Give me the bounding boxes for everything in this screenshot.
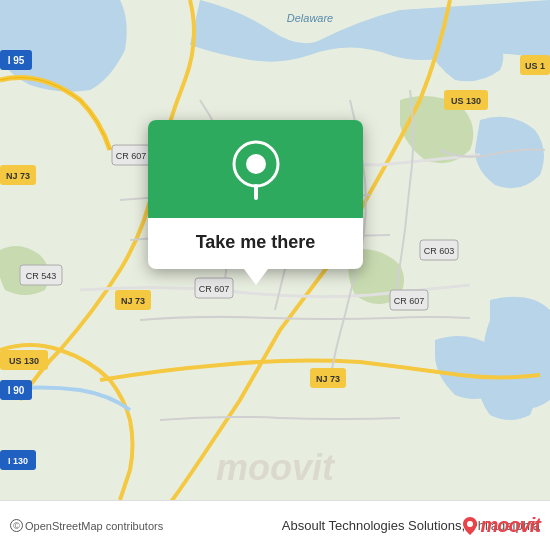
moovit-logo: moovit xyxy=(460,514,540,537)
svg-text:NJ 73: NJ 73 xyxy=(316,374,340,384)
svg-point-33 xyxy=(246,154,266,174)
location-pin-icon xyxy=(230,140,282,202)
svg-text:I 90: I 90 xyxy=(8,385,25,396)
svg-text:CR 543: CR 543 xyxy=(26,271,57,281)
svg-text:I 130: I 130 xyxy=(8,456,28,466)
copyright-circle-icon: © xyxy=(10,519,23,532)
copyright-text: OpenStreetMap contributors xyxy=(25,520,163,532)
popup-green-area xyxy=(148,120,363,218)
svg-text:US 130: US 130 xyxy=(9,356,39,366)
svg-text:moovit: moovit xyxy=(216,447,336,488)
svg-text:Delaware: Delaware xyxy=(287,12,333,24)
bottom-info: © OpenStreetMap contributors xyxy=(10,519,282,532)
moovit-logo-icon xyxy=(460,515,480,537)
svg-text:I 95: I 95 xyxy=(8,55,25,66)
svg-point-34 xyxy=(467,521,473,527)
svg-text:CR 607: CR 607 xyxy=(116,151,147,161)
svg-text:US 1: US 1 xyxy=(525,61,545,71)
svg-text:NJ 73: NJ 73 xyxy=(121,296,145,306)
svg-text:US 130: US 130 xyxy=(451,96,481,106)
svg-text:CR 603: CR 603 xyxy=(424,246,455,256)
map-container[interactable]: I 95 NJ 73 CR 607 CR 607 CR 607 US 130 U… xyxy=(0,0,550,500)
moovit-text: moovit xyxy=(480,514,540,537)
take-me-there-button[interactable]: Take me there xyxy=(148,218,363,269)
company-name: Absoult Technologies Solutions, xyxy=(282,518,465,533)
popup-card: Take me there xyxy=(148,120,363,269)
svg-text:CR 607: CR 607 xyxy=(394,296,425,306)
svg-text:NJ 73: NJ 73 xyxy=(6,171,30,181)
bottom-bar: © OpenStreetMap contributors Absoult Tec… xyxy=(0,500,550,550)
svg-text:CR 607: CR 607 xyxy=(199,284,230,294)
